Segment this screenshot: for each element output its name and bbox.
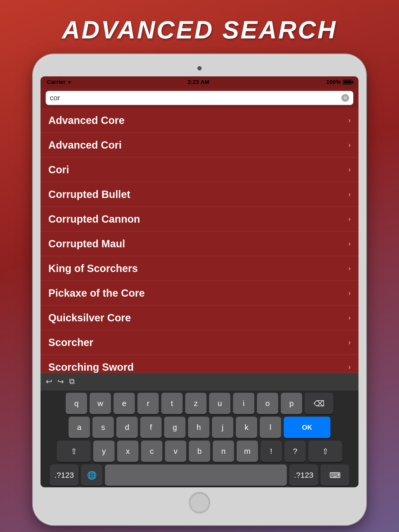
carrier-label: Carrier [47, 79, 65, 85]
ipad-screen: Carrier ▾ 2:23 AM 100% cor ✕ Advanced Co… [41, 76, 358, 487]
chevron-right-icon: › [348, 215, 351, 223]
key-r[interactable]: r [137, 393, 159, 414]
key-l[interactable]: l [260, 417, 281, 438]
key-e[interactable]: e [114, 393, 135, 414]
backspace-key[interactable]: ⌫ [305, 393, 333, 414]
undo-button[interactable]: ↩ [46, 377, 52, 386]
shift-right-key[interactable]: ⇧ [308, 441, 342, 462]
key-row-3: ⇧ y x c v b n m ! ? ⇧ [43, 441, 356, 462]
ipad-frame: Carrier ▾ 2:23 AM 100% cor ✕ Advanced Co… [33, 55, 366, 525]
key-row-1: q w e r t z u i o p ⌫ [43, 393, 356, 414]
ok-key[interactable]: OK [284, 417, 330, 438]
list-item-label: Pickaxe of the Core [48, 287, 145, 299]
globe-key[interactable]: 🌐 [81, 464, 102, 486]
list-item-label: Scorching Sword [48, 361, 134, 373]
list-item[interactable]: Corrupted Bullet › [41, 182, 358, 207]
symbols-left-key[interactable]: .?123 [50, 464, 78, 486]
key-p[interactable]: p [281, 393, 302, 414]
status-right: 100% [326, 79, 352, 85]
list-item-label: Corrupted Maul [48, 238, 125, 250]
chevron-right-icon: › [348, 363, 351, 371]
key-u[interactable]: u [209, 393, 230, 414]
results-list: Advanced Core › Advanced Cori › Cori › C… [41, 108, 358, 373]
list-item-label: Advanced Cori [48, 139, 122, 151]
list-item[interactable]: Cori › [41, 157, 358, 182]
copy-button[interactable]: ⧉ [69, 377, 75, 386]
key-t[interactable]: t [161, 393, 183, 414]
list-item-label: Corrupted Cannon [48, 213, 140, 225]
battery-percent: 100% [326, 79, 341, 85]
search-container: cor ✕ [41, 88, 358, 108]
list-item-label: Cori [48, 164, 69, 176]
keyboard-toolbar: ↩ ↪ ⧉ [41, 373, 358, 390]
space-key[interactable] [105, 464, 287, 486]
key-row-2: a s d f g h j k l OK [43, 417, 356, 438]
chevron-right-icon: › [348, 116, 351, 124]
list-item[interactable]: Advanced Cori › [41, 133, 358, 157]
key-m[interactable]: m [237, 441, 258, 462]
key-f[interactable]: f [140, 417, 162, 438]
key-d[interactable]: d [116, 417, 138, 438]
key-w[interactable]: w [90, 393, 111, 414]
home-button[interactable] [189, 492, 210, 513]
question-key[interactable]: ? [284, 441, 306, 462]
chevron-right-icon: › [348, 165, 351, 174]
list-item-label: Quicksilver Core [48, 312, 131, 324]
list-item[interactable]: Pickaxe of the Core › [41, 281, 358, 305]
camera-area [41, 62, 358, 75]
chevron-right-icon: › [348, 289, 351, 297]
wifi-icon: ▾ [68, 79, 71, 85]
list-item[interactable]: Scorcher › [41, 330, 358, 355]
status-bar: Carrier ▾ 2:23 AM 100% [41, 76, 358, 88]
key-row-4: .?123 🌐 .?123 ⌨ [43, 464, 356, 486]
key-j[interactable]: j [212, 417, 233, 438]
symbols-right-key[interactable]: .?123 [289, 464, 318, 486]
chevron-right-icon: › [348, 264, 351, 272]
exclamation-key[interactable]: ! [261, 441, 282, 462]
search-bar[interactable]: cor ✕ [46, 91, 353, 105]
key-b[interactable]: b [189, 441, 210, 462]
list-item[interactable]: Corrupted Cannon › [41, 207, 358, 231]
list-item-label: Corrupted Bullet [48, 189, 130, 200]
key-z[interactable]: z [185, 393, 207, 414]
key-g[interactable]: g [164, 417, 185, 438]
list-item[interactable]: Quicksilver Core › [41, 305, 358, 330]
status-time: 2:23 AM [188, 79, 209, 85]
key-k[interactable]: k [236, 417, 257, 438]
keyboard-rows: q w e r t z u i o p ⌫ a s d f [41, 390, 358, 487]
chevron-right-icon: › [348, 314, 351, 322]
list-item[interactable]: Corrupted Maul › [41, 231, 358, 256]
key-q[interactable]: q [66, 393, 87, 414]
search-input[interactable]: cor [50, 94, 339, 102]
key-c[interactable]: c [141, 441, 162, 462]
key-n[interactable]: n [213, 441, 234, 462]
list-item[interactable]: Scorching Sword › [41, 355, 358, 373]
list-item[interactable]: Advanced Core › [41, 108, 358, 133]
list-item-label: Advanced Core [48, 115, 124, 126]
chevron-right-icon: › [348, 338, 351, 347]
key-s[interactable]: s [92, 417, 114, 438]
chevron-right-icon: › [348, 141, 351, 149]
page-title: ADVANCED SEARCH [62, 16, 337, 44]
key-i[interactable]: i [233, 393, 254, 414]
search-clear-button[interactable]: ✕ [341, 94, 349, 102]
chevron-right-icon: › [348, 190, 351, 198]
key-x[interactable]: x [117, 441, 138, 462]
battery-icon [343, 80, 352, 84]
status-left: Carrier ▾ [47, 79, 71, 85]
list-item[interactable]: King of Scorchers › [41, 256, 358, 281]
key-y[interactable]: y [93, 441, 115, 462]
key-o[interactable]: o [257, 393, 278, 414]
key-a[interactable]: a [69, 417, 90, 438]
camera-dot [197, 66, 202, 70]
key-h[interactable]: h [188, 417, 209, 438]
redo-button[interactable]: ↪ [57, 377, 64, 386]
keyboard-area: ↩ ↪ ⧉ q w e r t z u i o p ⌫ [41, 373, 358, 487]
keyboard-hide-key[interactable]: ⌨ [321, 464, 349, 486]
list-item-label: Scorcher [48, 337, 93, 348]
chevron-right-icon: › [348, 240, 351, 248]
key-v[interactable]: v [165, 441, 186, 462]
shift-key[interactable]: ⇧ [57, 441, 91, 462]
list-item-label: King of Scorchers [48, 263, 138, 274]
